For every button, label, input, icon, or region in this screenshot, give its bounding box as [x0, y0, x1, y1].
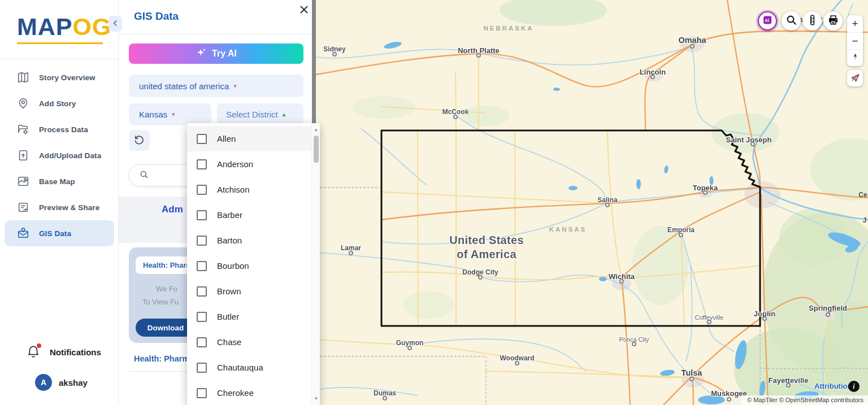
- district-option-atchison[interactable]: Atchison: [187, 177, 311, 202]
- map-city-marker: [707, 320, 711, 324]
- checkbox-icon[interactable]: [197, 236, 207, 246]
- checkbox-icon[interactable]: [197, 312, 207, 322]
- checkbox-icon[interactable]: [197, 185, 207, 195]
- sidebar-item-add-upload-data[interactable]: Add/Upload Data: [5, 142, 114, 168]
- checkbox-icon[interactable]: [197, 261, 207, 271]
- file-upload-icon: [17, 149, 29, 162]
- checkbox-icon[interactable]: [197, 337, 207, 347]
- sidebar-item-base-map[interactable]: Base Map: [5, 168, 114, 194]
- district-select[interactable]: Select District ▴: [217, 103, 303, 125]
- sidebar-item-process-data[interactable]: Process Data: [5, 116, 114, 142]
- sidebar: MAPOG Story OverviewAdd StoryProcess Dat…: [0, 0, 119, 405]
- map-city-marker: [383, 396, 387, 400]
- ruler-icon: [806, 14, 818, 28]
- ai-tools-button[interactable]: Ai: [758, 11, 777, 31]
- search-icon: [785, 14, 797, 28]
- zoom-control: + −: [847, 15, 863, 66]
- sidebar-collapse-button[interactable]: [108, 16, 122, 32]
- notifications-label: Notifications: [50, 347, 101, 357]
- compass-button[interactable]: [847, 49, 863, 66]
- map-attribution: © MapTiler © OpenStreetMap contributors: [741, 395, 868, 405]
- district-option-brown[interactable]: Brown: [187, 278, 311, 304]
- folder-gear-icon: [17, 123, 29, 136]
- sidebar-item-label: Story Overview: [39, 73, 96, 82]
- info-icon[interactable]: i: [848, 381, 860, 392]
- search-icon: [139, 169, 149, 182]
- try-ai-button[interactable]: Try AI: [129, 43, 303, 64]
- checkbox-icon[interactable]: [197, 388, 207, 398]
- district-option-label: Brown: [217, 286, 241, 296]
- checkbox-icon[interactable]: [197, 134, 207, 144]
- district-option-label: Chase: [217, 337, 241, 347]
- checkbox-icon[interactable]: [197, 159, 207, 169]
- map-city-marker: [689, 377, 694, 381]
- map-city-marker: [349, 251, 353, 255]
- state-select[interactable]: Kansas ▾: [129, 103, 211, 125]
- district-option-bourbon[interactable]: Bourbon: [187, 253, 311, 278]
- ai-icon: Ai: [762, 14, 774, 28]
- user-menu[interactable]: A akshay: [0, 368, 119, 397]
- reset-icon: [134, 134, 145, 147]
- zoom-out-button[interactable]: −: [847, 32, 863, 49]
- checkbox-icon[interactable]: [197, 210, 207, 220]
- checkbox-icon[interactable]: [197, 363, 207, 373]
- locate-disabled-button[interactable]: [847, 70, 863, 86]
- close-icon: [298, 8, 310, 17]
- scroll-up-icon[interactable]: ▲: [312, 127, 320, 132]
- base-map-icon: [17, 175, 29, 188]
- state-value: Kansas: [139, 110, 167, 119]
- sparkle-icon: [196, 47, 207, 60]
- notifications-button[interactable]: Notifications: [0, 339, 119, 364]
- country-select[interactable]: united states of america ▾: [129, 75, 303, 97]
- dropdown-scrollbar[interactable]: ▲ ▼: [311, 123, 320, 405]
- district-option-barton[interactable]: Barton: [187, 228, 311, 253]
- map-city-label: Springfield: [809, 304, 847, 312]
- map-city-marker: [826, 312, 830, 317]
- map-city-marker: [762, 316, 767, 321]
- card-text-line1: We Fo: [156, 285, 177, 293]
- location-arrow-slash-icon: [850, 72, 861, 85]
- sidebar-item-label: Preview & Share: [39, 203, 99, 212]
- district-dropdown: AllenAndersonAtchisonBarberBartonBourbon…: [187, 123, 320, 405]
- district-option-chautauqua[interactable]: Chautauqua: [187, 355, 311, 380]
- close-panel-button[interactable]: [298, 4, 310, 16]
- map-state-label: NEBRASKA: [483, 25, 533, 32]
- app-root: SidneyNorth PlatteOmahaLincolnMcCookSain…: [0, 0, 868, 405]
- district-option-butler[interactable]: Butler: [187, 304, 311, 329]
- divider: [0, 59, 119, 59]
- district-option-label: Atchison: [217, 185, 250, 194]
- map-label-fragment: J: [863, 216, 867, 224]
- map-city-marker: [650, 75, 655, 79]
- scroll-down-icon[interactable]: ▼: [312, 396, 320, 401]
- map-city-marker: [453, 115, 458, 119]
- district-option-barber[interactable]: Barber: [187, 202, 311, 228]
- district-option-label: Barber: [217, 210, 242, 220]
- zoom-in-button[interactable]: +: [847, 15, 863, 32]
- checkbox-icon[interactable]: [197, 286, 207, 297]
- mail-pin-icon: [17, 227, 29, 239]
- app-logo[interactable]: MAPOG: [17, 11, 103, 44]
- district-option-cherokee[interactable]: Cherokee: [187, 380, 311, 405]
- map-city-marker: [332, 52, 337, 56]
- district-option-anderson[interactable]: Anderson: [187, 151, 311, 177]
- district-option-chase[interactable]: Chase: [187, 329, 311, 355]
- scrollbar-thumb[interactable]: [314, 136, 319, 163]
- map-canvas[interactable]: SidneyNorth PlatteOmahaLincolnMcCookSain…: [316, 0, 868, 405]
- location-pin-icon: [17, 97, 29, 110]
- print-button[interactable]: [823, 11, 843, 31]
- sidebar-item-add-story[interactable]: Add Story: [5, 90, 114, 116]
- attribution-link[interactable]: Attribution: [814, 382, 852, 390]
- district-option-label: Bourbon: [217, 261, 249, 271]
- sidebar-item-gis-data[interactable]: GIS Data: [5, 220, 114, 246]
- map-city-marker: [407, 346, 412, 350]
- district-option-allen[interactable]: Allen: [187, 126, 311, 151]
- caret-down-icon: ▾: [172, 111, 175, 118]
- measure-ruler-button[interactable]: [802, 11, 822, 31]
- map-city-label: Saint Joseph: [726, 136, 772, 144]
- district-option-label: Barton: [217, 236, 242, 245]
- reset-button[interactable]: [129, 130, 150, 151]
- sidebar-item-label: Add Story: [39, 99, 76, 108]
- sidebar-item-preview-share[interactable]: Preview & Share: [5, 194, 114, 220]
- map-search-button[interactable]: [782, 11, 801, 31]
- sidebar-item-story-overview[interactable]: Story Overview: [5, 64, 114, 90]
